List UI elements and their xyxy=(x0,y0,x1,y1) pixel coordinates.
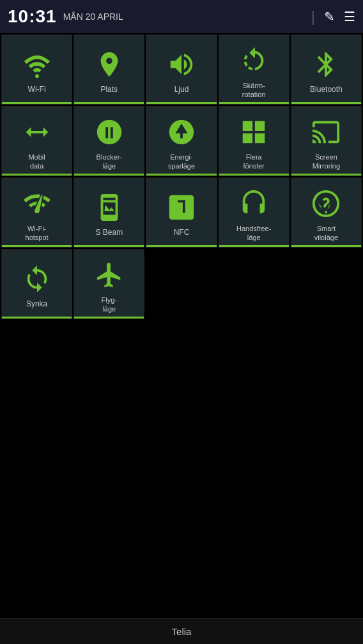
mobiledata-icon xyxy=(20,116,54,149)
svg-point-1 xyxy=(325,211,327,213)
recycle-icon xyxy=(165,116,198,149)
synka-label: Synka xyxy=(26,299,47,310)
screenmirroring-label: Screen Mirroring xyxy=(313,153,340,171)
status-bar: 10:31 MÅN 20 APRIL | ✎ ☰ xyxy=(0,0,363,33)
bluetooth-icon xyxy=(309,48,343,81)
bluetooth-label: Bluetooth xyxy=(310,85,343,95)
tile-skarmrotation[interactable]: Skärm- rotation xyxy=(219,34,290,105)
handsfree-icon xyxy=(237,187,270,220)
tile-smartviloläge[interactable]: Smart viloläge xyxy=(291,177,362,248)
tile-screenmirroring[interactable]: Screen Mirroring xyxy=(291,106,362,176)
mobildata-label: Mobil data xyxy=(28,153,45,171)
ljud-label: Ljud xyxy=(174,85,189,95)
quick-tiles-grid: Wi-Fi Plats Ljud Skärm- rotation xyxy=(0,33,363,320)
nfc-icon xyxy=(165,191,198,224)
carrier-label: Telia xyxy=(172,626,192,637)
smartstay-icon xyxy=(309,187,343,220)
tile-mobildata[interactable]: Mobil data xyxy=(1,106,72,176)
status-date: MÅN 20 APRIL xyxy=(63,11,123,22)
tile-handsfreeläge[interactable]: Handsfree- läge xyxy=(219,177,290,248)
wifi-icon xyxy=(20,48,54,81)
screenmirroring-icon xyxy=(309,116,343,149)
tile-sbeam[interactable]: S Beam xyxy=(73,177,144,248)
tile-wifihotspot[interactable]: Wi-Fi- hotspot xyxy=(1,177,72,248)
sbeam-label: S Beam xyxy=(95,228,123,238)
tile-bluetooth[interactable]: Bluetooth xyxy=(291,34,362,105)
tile-nfc[interactable]: NFC xyxy=(146,177,217,248)
tile-synka[interactable]: Synka xyxy=(1,249,72,319)
rotation-icon xyxy=(237,44,270,77)
flerafönster-label: Flera fönster xyxy=(243,153,265,171)
menu-icon[interactable]: ☰ xyxy=(344,9,355,24)
edit-icon[interactable]: ✎ xyxy=(324,9,335,24)
tile-ljud[interactable]: Ljud xyxy=(146,34,217,105)
location-icon xyxy=(93,48,126,81)
tile-blockerläge[interactable]: Blocker- läge xyxy=(73,106,144,176)
wifihotspot-label: Wi-Fi- hotspot xyxy=(26,224,49,243)
tile-flygläge[interactable]: Flyg- läge xyxy=(73,249,144,319)
tile-flerafönster[interactable]: Flera fönster xyxy=(219,106,290,176)
bottom-bar: Telia xyxy=(0,618,363,644)
tile-wifi[interactable]: Wi-Fi xyxy=(1,34,72,105)
hotspot-icon xyxy=(20,187,54,220)
tile-energisparläge[interactable]: Energi- sparläge xyxy=(146,106,217,176)
nfc-label: NFC xyxy=(174,228,190,238)
status-time: 10:31 xyxy=(8,6,57,27)
skarmrotation-label: Skärm- rotation xyxy=(242,81,266,100)
block-icon xyxy=(93,116,126,149)
sync-icon xyxy=(20,262,54,296)
wifi-label: Wi-Fi xyxy=(28,85,46,95)
blockerläge-label: Blocker- läge xyxy=(97,153,122,171)
sound-icon xyxy=(165,48,198,81)
multiwindow-icon xyxy=(237,116,270,149)
tile-plats[interactable]: Plats xyxy=(73,34,144,105)
flygläge-label: Flyg- läge xyxy=(102,296,117,314)
energisparläge-label: Energi- sparläge xyxy=(168,153,195,171)
airplane-icon xyxy=(93,258,126,292)
sbeam-icon xyxy=(93,191,126,224)
handsfreeläge-label: Handsfree- läge xyxy=(236,224,271,243)
smartviloläge-label: Smart viloläge xyxy=(314,224,338,243)
plats-label: Plats xyxy=(100,85,118,95)
